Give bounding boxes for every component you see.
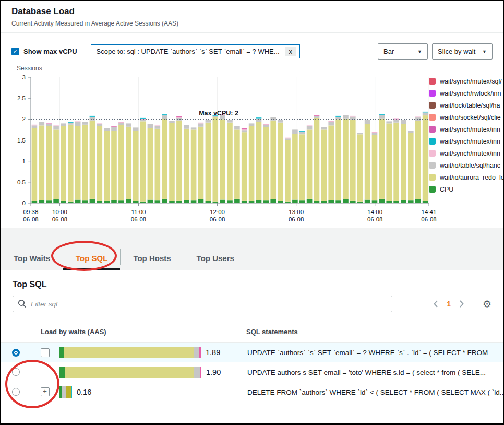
show-max-vcpu-control[interactable]: ✓ Show max vCPU xyxy=(11,48,77,55)
chart-bar-segment[interactable] xyxy=(423,113,428,116)
chart-bar-segment[interactable] xyxy=(39,125,45,200)
chart-bar-segment[interactable] xyxy=(104,128,110,131)
chart-bar-segment[interactable] xyxy=(415,121,421,199)
chart-bar-segment[interactable] xyxy=(90,116,95,117)
legend-item[interactable]: wait/synch/rwlock/inn xyxy=(429,87,503,99)
chart-bar-segment[interactable] xyxy=(379,115,385,118)
chart-bar-segment[interactable] xyxy=(292,134,298,200)
chart-bar-segment[interactable] xyxy=(314,118,320,201)
chart-bar-segment[interactable] xyxy=(184,129,189,200)
chart-bar-segment[interactable] xyxy=(423,201,428,203)
chart-bar-segment[interactable] xyxy=(423,115,428,201)
scope-filter-close-icon[interactable]: x xyxy=(285,47,297,56)
legend-item[interactable]: wait/lock/table/sql/ha xyxy=(429,99,503,111)
slice-by-select[interactable]: Slice by wait ▼ xyxy=(432,43,493,60)
chart-bar-segment[interactable] xyxy=(133,131,139,201)
chart-bar-segment[interactable] xyxy=(97,126,103,201)
chart-bar-segment[interactable] xyxy=(46,200,52,203)
chart-bar-segment[interactable] xyxy=(314,116,320,118)
chart-bar-segment[interactable] xyxy=(270,121,276,199)
chart-bar-segment[interactable] xyxy=(372,200,378,203)
chart-bar-segment[interactable] xyxy=(372,132,378,133)
chart-bar-segment[interactable] xyxy=(263,200,269,203)
row-radio-button[interactable] xyxy=(12,388,20,396)
chart-bar-segment[interactable] xyxy=(162,119,167,199)
chart-bar-segment[interactable] xyxy=(350,201,356,203)
chart-bar-segment[interactable] xyxy=(82,200,88,203)
chart-bar-segment[interactable] xyxy=(75,122,81,126)
chart-bar-segment[interactable] xyxy=(75,126,81,200)
chart-bar-segment[interactable] xyxy=(249,126,255,201)
current-page-number[interactable]: 1 xyxy=(443,300,454,308)
expand-row-icon[interactable]: + xyxy=(41,387,50,396)
chart-bar-segment[interactable] xyxy=(111,126,117,127)
chart-bar-segment[interactable] xyxy=(39,122,45,125)
chart-bar-segment[interactable] xyxy=(140,120,146,121)
chart-bar-segment[interactable] xyxy=(343,119,349,199)
prev-page-button[interactable] xyxy=(430,298,441,310)
chart-bar-segment[interactable] xyxy=(256,200,262,203)
chart-bar-segment[interactable] xyxy=(299,132,305,134)
table-row[interactable]: 1.90UPDATE authors s SET email = 'toto' … xyxy=(1,362,503,382)
chart-bar-segment[interactable] xyxy=(278,201,283,203)
chart-bar-segment[interactable] xyxy=(386,121,392,123)
legend-item[interactable]: wait/synch/mutex/inn xyxy=(429,147,503,159)
chart-bar-segment[interactable] xyxy=(184,200,189,203)
chart-bar-segment[interactable] xyxy=(365,124,370,200)
chart-bar-segment[interactable] xyxy=(191,200,197,203)
tab-top-users[interactable]: Top Users xyxy=(184,254,247,270)
chart-bar-segment[interactable] xyxy=(299,200,305,203)
chart-bar-segment[interactable] xyxy=(343,199,349,203)
chart-bar-segment[interactable] xyxy=(97,201,103,203)
chart-bar-segment[interactable] xyxy=(234,126,240,129)
chart-bar-segment[interactable] xyxy=(155,129,161,200)
chart-bar-segment[interactable] xyxy=(46,123,52,124)
chart-bar-segment[interactable] xyxy=(386,201,392,203)
chart-bar-segment[interactable] xyxy=(307,199,313,203)
chart-bar-segment[interactable] xyxy=(169,201,175,203)
chart-bar-segment[interactable] xyxy=(408,200,414,203)
chart-bar-segment[interactable] xyxy=(423,112,428,113)
chart-bar-segment[interactable] xyxy=(140,121,146,201)
chart-bar-segment[interactable] xyxy=(379,114,385,115)
legend-item[interactable]: wait/io/socket/sql/clie xyxy=(429,111,503,123)
chart-bar-segment[interactable] xyxy=(206,123,211,201)
row-radio-button[interactable] xyxy=(12,349,20,357)
chart-type-select[interactable]: Bar ▼ xyxy=(378,43,428,60)
chart-bar-segment[interactable] xyxy=(118,123,124,125)
filter-sql-input[interactable] xyxy=(13,296,392,312)
next-page-button[interactable] xyxy=(456,298,467,310)
chart-bar-segment[interactable] xyxy=(256,122,262,200)
tab-top-sql[interactable]: Top SQL xyxy=(63,254,120,270)
chart-bar-segment[interactable] xyxy=(270,199,276,203)
chart-bar-segment[interactable] xyxy=(278,123,283,201)
chart-bar-segment[interactable] xyxy=(46,124,52,126)
chart-bar-segment[interactable] xyxy=(169,121,175,123)
chart-bar-segment[interactable] xyxy=(118,125,124,201)
chart-bar-segment[interactable] xyxy=(328,200,334,203)
chart-bar-segment[interactable] xyxy=(321,127,327,130)
chart-bar-segment[interactable] xyxy=(328,125,334,200)
chart-bar-segment[interactable] xyxy=(176,201,182,203)
chart-bar-segment[interactable] xyxy=(118,200,124,203)
chart-bar-segment[interactable] xyxy=(372,133,378,135)
chart-bar-segment[interactable] xyxy=(104,131,110,201)
chart-bar-segment[interactable] xyxy=(365,120,370,124)
chart-bar-segment[interactable] xyxy=(401,200,406,203)
chart-bar-segment[interactable] xyxy=(90,121,95,199)
chart-bar-segment[interactable] xyxy=(365,200,370,203)
chart-bar-segment[interactable] xyxy=(292,129,298,134)
chart-bar-segment[interactable] xyxy=(155,125,161,126)
chart-bar-segment[interactable] xyxy=(176,117,182,118)
chart-bar-segment[interactable] xyxy=(68,123,74,125)
chart-bar-segment[interactable] xyxy=(198,123,204,124)
chart-bar-segment[interactable] xyxy=(104,201,110,203)
chart-bar-segment[interactable] xyxy=(61,123,66,126)
chart-bar-segment[interactable] xyxy=(82,122,88,125)
chart-bar-segment[interactable] xyxy=(82,125,88,200)
chart-bar-segment[interactable] xyxy=(53,125,59,126)
chart-bar-segment[interactable] xyxy=(97,124,103,126)
chart-bar-segment[interactable] xyxy=(90,199,95,203)
chart-bar-segment[interactable] xyxy=(335,119,341,200)
chart-bar-segment[interactable] xyxy=(242,132,247,201)
